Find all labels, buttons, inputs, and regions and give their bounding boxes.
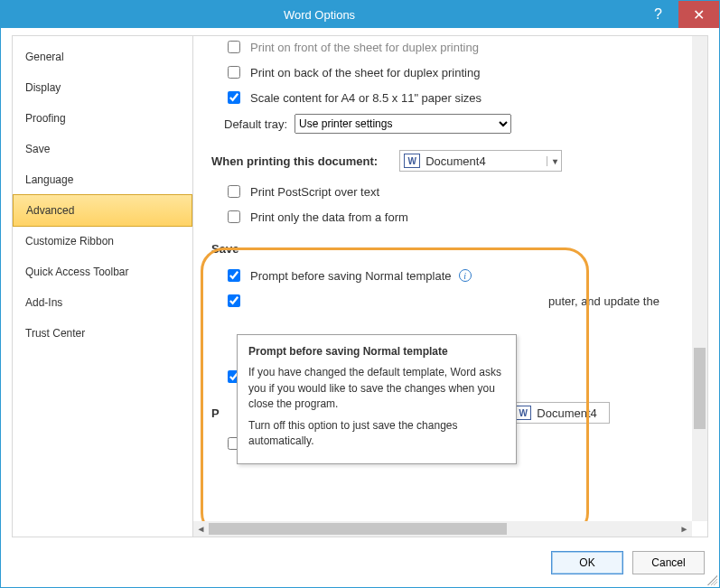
section-save: Save (211, 235, 691, 263)
option-obscured-1[interactable]: puter, and update the (211, 288, 691, 313)
vertical-scrollbar[interactable] (692, 36, 707, 521)
default-tray-label: Default tray: (224, 117, 287, 131)
word-doc-icon: W (404, 154, 420, 168)
sidebar-item-customize-ribbon[interactable]: Customize Ribbon (13, 226, 192, 257)
sidebar-item-proofing[interactable]: Proofing (13, 103, 192, 134)
tooltip-prompt-normal: Prompt before saving Normal template If … (237, 334, 517, 464)
sidebar-item-advanced[interactable]: Advanced (13, 194, 192, 227)
sidebar-item-save[interactable]: Save (13, 134, 192, 164)
option-print-postscript[interactable]: Print PostScript over text (211, 179, 691, 204)
info-icon[interactable]: i (459, 269, 472, 282)
document-select[interactable]: W Document4 ▾ (399, 150, 562, 172)
checkbox-print-front[interactable] (228, 41, 240, 53)
tooltip-paragraph-1: If you have changed the default template… (248, 365, 505, 412)
option-print-front-duplex[interactable]: Print on front of the sheet for duplex p… (211, 35, 691, 60)
document-name-2: Document4 (537, 406, 596, 420)
scroll-left-arrow[interactable]: ◄ (193, 524, 209, 534)
label-obscured-1-tail: puter, and update the (548, 294, 659, 308)
label-postscript: Print PostScript over text (250, 185, 379, 199)
checkbox-scale-a4[interactable] (228, 91, 240, 104)
section-save-label: Save (211, 242, 238, 256)
section-preserve-prefix: P (211, 406, 220, 420)
option-scale-a4[interactable]: Scale content for A4 or 8.5 x 11" paper … (211, 85, 691, 110)
sidebar-item-language[interactable]: Language (13, 164, 192, 195)
checkbox-prompt-normal[interactable] (228, 269, 240, 282)
horizontal-scroll-track[interactable] (209, 521, 677, 537)
checkbox-print-back[interactable] (228, 66, 240, 79)
option-print-back-duplex[interactable]: Print on back of the sheet for duplex pr… (211, 60, 691, 85)
document-select-2[interactable]: W Document4 (510, 402, 610, 424)
label-data-form: Print only the data from a form (250, 210, 408, 224)
tooltip-title: Prompt before saving Normal template (248, 344, 505, 359)
sidebar-item-trust-center[interactable]: Trust Center (13, 318, 192, 349)
sidebar-item-general[interactable]: General (13, 42, 192, 72)
chevron-down-icon: ▾ (547, 156, 557, 166)
cancel-button[interactable]: Cancel (632, 551, 705, 574)
section-label: When printing this document: (211, 154, 378, 168)
category-sidebar: General Display Proofing Save Language A… (12, 35, 192, 537)
resize-grip[interactable] (705, 573, 717, 585)
checkbox-data-form[interactable] (228, 210, 240, 223)
checkbox-obscured-1[interactable] (228, 294, 240, 307)
option-print-data-form[interactable]: Print only the data from a form (211, 204, 691, 229)
scroll-right-arrow[interactable]: ► (677, 524, 692, 534)
default-tray-select[interactable]: Use printer settings (295, 114, 511, 134)
word-doc-icon: W (515, 406, 531, 420)
tooltip-paragraph-2: Turn off this option to just save the ch… (248, 418, 505, 450)
document-name: Document4 (425, 154, 485, 168)
vertical-scroll-thumb[interactable] (694, 348, 706, 429)
window-controls: ? ✕ (638, 1, 719, 28)
label-scale-a4: Scale content for A4 or 8.5 x 11" paper … (250, 91, 482, 105)
sidebar-item-display[interactable]: Display (13, 72, 192, 103)
sidebar-item-quick-access-toolbar[interactable]: Quick Access Toolbar (13, 257, 192, 287)
horizontal-scrollbar[interactable]: ◄ ► (193, 521, 692, 537)
option-prompt-normal-template[interactable]: Prompt before saving Normal template i (211, 263, 691, 288)
sidebar-item-add-ins[interactable]: Add-Ins (13, 287, 192, 318)
checkbox-postscript[interactable] (228, 185, 240, 198)
label-print-back: Print on back of the sheet for duplex pr… (250, 66, 480, 79)
ok-button[interactable]: OK (551, 551, 623, 574)
titlebar: Word Options ? ✕ (1, 1, 719, 28)
window-title: Word Options (1, 8, 638, 22)
close-button[interactable]: ✕ (678, 1, 719, 28)
default-tray-row: Default tray: Use printer settings (211, 110, 691, 137)
dialog-footer: OK Cancel (1, 537, 719, 587)
content-pane: Print on front of the sheet for duplex p… (192, 35, 708, 537)
horizontal-scroll-thumb[interactable] (209, 523, 507, 535)
help-button[interactable]: ? (638, 1, 678, 28)
dialog-body: General Display Proofing Save Language A… (1, 28, 719, 537)
section-when-printing-document: When printing this document: W Document4… (211, 143, 691, 179)
word-options-dialog: Word Options ? ✕ General Display Proofin… (0, 0, 720, 588)
label-prompt-normal: Prompt before saving Normal template (250, 269, 452, 283)
label-print-front: Print on front of the sheet for duplex p… (250, 41, 479, 54)
